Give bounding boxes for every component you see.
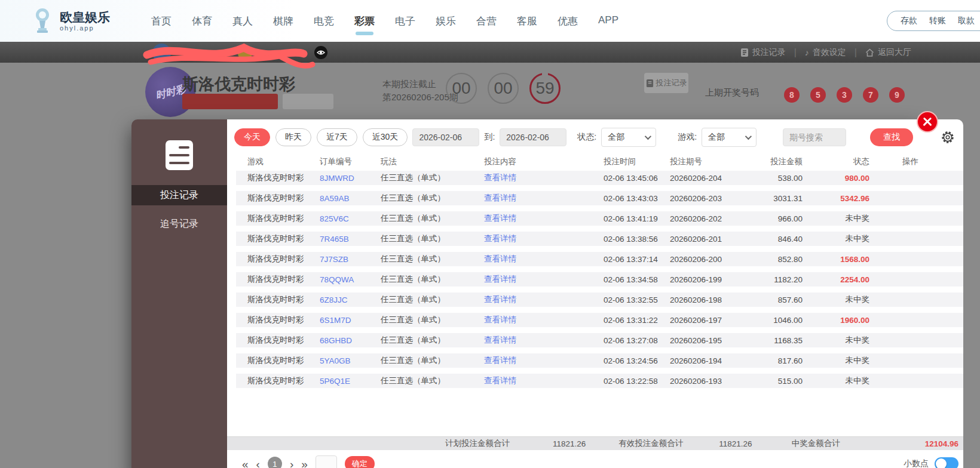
to-label: 到: [484, 132, 495, 143]
modal-sidebar: 投注记录追号记录 [131, 119, 227, 468]
period-search-input[interactable] [783, 128, 846, 146]
game-label: 游戏: [678, 132, 697, 143]
order-link[interactable]: 78QQWA [320, 275, 381, 284]
view-details-link[interactable]: 查看详情 [484, 233, 604, 244]
quick-filter-3[interactable]: 近30天 [363, 128, 408, 146]
date-from-input[interactable] [412, 128, 479, 146]
status-select[interactable]: 全部 [601, 128, 656, 147]
wallet-item-0[interactable]: 存款 [901, 16, 917, 26]
nav-item-label: 合营 [476, 16, 497, 27]
date-to-input[interactable] [500, 128, 566, 146]
last-page-button[interactable]: » [301, 458, 308, 468]
brand-logo[interactable]: 欧皇娱乐 ohyl.app [31, 8, 110, 34]
page-number-input[interactable] [316, 455, 337, 468]
cell-time: 02-06 13:27:08 [604, 336, 670, 345]
table-row: 斯洛伐克时时彩7R465B任三直选（单式）查看详情02-06 13:38:562… [236, 232, 963, 246]
view-details-link[interactable]: 查看详情 [484, 375, 604, 386]
order-link[interactable]: 8JMWRD [320, 174, 381, 183]
view-details-link[interactable]: 查看详情 [484, 274, 604, 285]
view-details-link[interactable]: 查看详情 [484, 355, 604, 366]
game-select[interactable]: 全部 [702, 128, 757, 147]
view-details-link[interactable]: 查看详情 [484, 193, 604, 204]
gear-icon[interactable] [941, 130, 955, 144]
eye-icon[interactable] [314, 46, 327, 59]
nav-item-1[interactable]: 体育 [188, 10, 216, 33]
cell-status: 未中奖 [803, 355, 869, 366]
nav-item-8[interactable]: 合营 [472, 10, 501, 33]
view-details-link[interactable]: 查看详情 [484, 173, 604, 183]
nav-item-10[interactable]: 优惠 [553, 10, 582, 33]
order-link[interactable]: 7J7SZB [320, 255, 381, 264]
bet-record-button-behind[interactable]: 投注记录 [644, 73, 688, 93]
cell-period: 20260206-193 [670, 377, 749, 386]
sidebar-item-label: 追号记录 [160, 218, 198, 230]
dimmed-page-background: 投注记录 | ♪ 音效设定 | 返回大厅 时时彩 斯洛伐克时时彩 本期投注截止 … [0, 42, 980, 468]
cell-time: 02-06 13:38:56 [604, 235, 670, 244]
quick-filter-2[interactable]: 近7天 [317, 128, 357, 146]
cell-status: 1960.00 [803, 316, 869, 325]
cell-amount: 3031.31 [749, 194, 803, 203]
cell-time: 02-06 13:43:03 [604, 194, 670, 203]
first-page-button[interactable]: « [242, 458, 249, 468]
toolbar-bet-records[interactable]: 投注记录 [740, 47, 786, 58]
sidebar-item-0[interactable]: 投注记录 [131, 185, 227, 205]
order-link[interactable]: 8A59AB [320, 194, 381, 203]
nav-item-2[interactable]: 真人 [228, 10, 257, 33]
column-header-0: 游戏 [236, 156, 320, 167]
column-header-1: 订单编号 [320, 156, 381, 167]
column-header-2: 玩法 [381, 156, 484, 167]
order-link[interactable]: 6S1M7D [320, 316, 381, 325]
cell-game: 斯洛伐克时时彩 [236, 173, 320, 183]
decimal-toggle[interactable] [935, 457, 958, 468]
toolbar-back-to-lobby[interactable]: 返回大厅 [865, 47, 911, 58]
nav-item-5[interactable]: 彩票 [350, 10, 379, 33]
order-link[interactable]: 68GHBD [320, 336, 381, 345]
order-link[interactable]: 7R465B [320, 235, 381, 244]
lottery-mode-button-gray[interactable] [283, 94, 333, 109]
order-link[interactable]: 6Z8JJC [320, 295, 381, 304]
toolbar-sound-settings[interactable]: ♪ 音效设定 [805, 47, 846, 58]
cell-game: 斯洛伐克时时彩 [236, 375, 320, 386]
prev-page-button[interactable]: ‹ [256, 458, 260, 468]
order-link[interactable]: 5P6Q1E [320, 377, 381, 386]
redaction-scribble [142, 38, 316, 73]
nav-item-3[interactable]: 棋牌 [269, 10, 298, 33]
next-page-button[interactable]: › [290, 458, 293, 468]
view-details-link[interactable]: 查看详情 [484, 294, 604, 305]
nav-item-0[interactable]: 首页 [147, 10, 176, 33]
nav-item-7[interactable]: 娱乐 [431, 10, 460, 33]
view-details-link[interactable]: 查看详情 [484, 254, 604, 264]
cell-period: 20260206-198 [670, 295, 749, 304]
sidebar-item-1[interactable]: 追号记录 [131, 214, 227, 234]
wallet-item-2[interactable]: 取款 [958, 16, 975, 26]
table-row: 斯洛伐克时时彩8A59AB任三直选（单式）查看详情02-06 13:43:032… [236, 191, 963, 205]
view-details-link[interactable]: 查看详情 [484, 315, 604, 325]
confirm-page-button[interactable]: 确定 [345, 456, 375, 468]
toolbar-back-to-lobby-label: 返回大厅 [878, 47, 911, 58]
bet-record-button-label: 投注记录 [656, 78, 687, 88]
wallet-item-1[interactable]: 转账 [929, 16, 946, 26]
table-row: 斯洛伐克时时彩6S1M7D任三直选（单式）查看详情02-06 13:31:222… [236, 313, 963, 327]
nav-item-4[interactable]: 电竞 [310, 10, 338, 33]
table-row: 斯洛伐克时时彩5P6Q1E任三直选（单式）查看详情02-06 13:22:582… [236, 374, 963, 388]
order-link[interactable]: 825V6C [320, 214, 381, 223]
view-details-link[interactable]: 查看详情 [484, 213, 604, 224]
nav-item-9[interactable]: 客服 [513, 10, 541, 33]
cell-amount: 966.00 [749, 214, 803, 223]
current-page-badge[interactable]: 1 [268, 457, 282, 468]
lottery-mode-button-red[interactable] [182, 94, 278, 109]
planned-total-value: 11821.26 [553, 439, 586, 448]
cell-amount: 515.00 [749, 377, 803, 386]
nav-item-6[interactable]: 电子 [391, 10, 419, 33]
quick-filter-1[interactable]: 昨天 [275, 128, 311, 146]
view-details-link[interactable]: 查看详情 [484, 335, 604, 346]
close-icon[interactable] [917, 111, 938, 133]
cell-period: 20260206-197 [670, 316, 749, 325]
order-link[interactable]: 5YA0GB [320, 356, 381, 365]
cell-play: 任三直选（单式） [381, 294, 484, 305]
cell-game: 斯洛伐克时时彩 [236, 315, 320, 325]
search-button[interactable]: 查找 [870, 128, 913, 146]
cell-period: 20260206-204 [670, 174, 749, 183]
quick-filter-0[interactable]: 今天 [234, 128, 270, 146]
nav-item-11[interactable]: APP [594, 10, 623, 33]
